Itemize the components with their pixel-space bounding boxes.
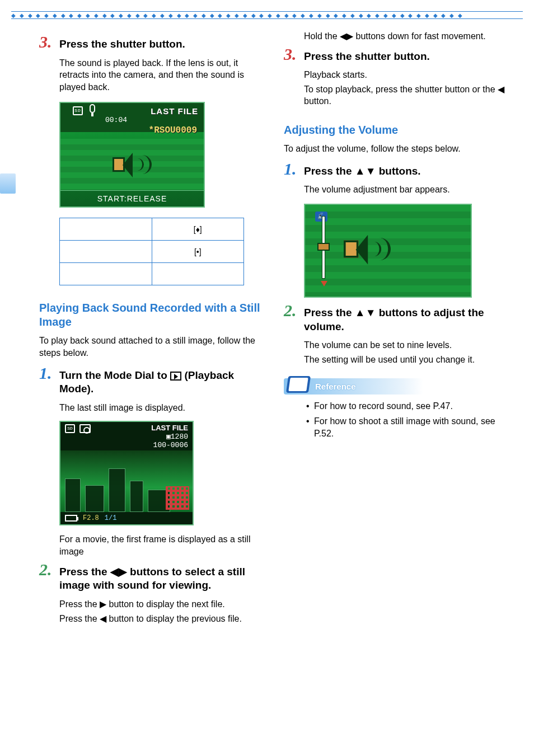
- table-cell: [152, 263, 244, 285]
- microphone-icon-stand: [91, 113, 93, 116]
- step-body: Playback starts.: [304, 69, 508, 81]
- left-column: 3. Press the shutter button. The sound i…: [39, 30, 264, 624]
- screen-top-bar: SD LAST FILE: [60, 103, 204, 117]
- step-body: The volume can be set to nine levels.: [304, 339, 508, 351]
- reference-label: Reference: [315, 382, 356, 391]
- right-column: Hold the ◀▶ buttons down for fast moveme…: [284, 30, 508, 624]
- step-title-part: Turn the Mode Dial to: [59, 369, 170, 381]
- battery-icon: [65, 515, 77, 522]
- section-title: Adjusting the Volume: [284, 123, 508, 137]
- file-number-label: 100-0006: [153, 441, 188, 449]
- step-number: 1.: [39, 365, 55, 382]
- step-title: Press the ▲▼ buttons to adjust the volum…: [304, 306, 508, 334]
- step-1-row: 1. Turn the Mode Dial to (Playback Mode)…: [39, 365, 264, 396]
- table-cell: [♦]: [152, 218, 244, 241]
- step-3-row-right: 3. Press the shutter button.: [284, 46, 508, 64]
- sd-card-icon: SD: [65, 424, 75, 433]
- step-number: 2.: [284, 302, 299, 319]
- still-top-bar: SD LAST FILE ▣1280 100-0006: [60, 422, 193, 451]
- icon-reference-table: [♦] [•]: [59, 218, 244, 285]
- step-3-row: 3. Press the shutter button.: [39, 34, 264, 51]
- step-body: The setting will be used until you chang…: [304, 354, 508, 366]
- volume-slider: 🔊: [314, 213, 333, 285]
- list-item: For how to shoot a still image with soun…: [306, 415, 508, 439]
- filename-label: *RSOU0009: [60, 124, 204, 139]
- decorative-border: [11, 11, 523, 19]
- list-item: For how to record sound, see P.47.: [306, 400, 508, 412]
- microphone-icon: [90, 104, 95, 113]
- last-file-label: LAST FILE: [151, 106, 198, 116]
- last-file-label: LAST FILE: [151, 424, 188, 432]
- screen-body: [60, 139, 204, 190]
- down-arrow-icon: [321, 281, 327, 287]
- step-title: Press the shutter button.: [59, 37, 185, 51]
- image-size-label: ▣1280: [166, 433, 188, 441]
- step-number: 1.: [284, 161, 299, 177]
- step-body: The volume adjustment bar appears.: [304, 184, 508, 196]
- step-title: Turn the Mode Dial to (Playback Mode).: [59, 369, 264, 396]
- step-number: 2.: [39, 561, 55, 578]
- table-cell: [60, 263, 152, 285]
- sd-card-icon: SD: [73, 106, 83, 115]
- speaker-icon: [344, 232, 391, 266]
- step-title: Press the ◀▶ buttons to select a still i…: [59, 565, 264, 593]
- after-screen-note: For a movie, the first frame is displaye…: [59, 533, 264, 557]
- section-intro: To play back sound attached to a still i…: [39, 335, 264, 359]
- step-body: The sound is played back. If the lens is…: [59, 57, 264, 93]
- playback-screen-illustration: SD LAST FILE 00:04 *RSOU0009 START:RELEA…: [59, 102, 205, 208]
- content-columns: 3. Press the shutter button. The sound i…: [0, 30, 534, 624]
- volume-screen-illustration: 🔊: [304, 204, 472, 298]
- step-number: 3.: [284, 46, 299, 63]
- playback-mode-icon: [170, 372, 181, 381]
- table-row: [60, 263, 244, 285]
- speaker-icon: [113, 151, 152, 179]
- reference-box: Reference For how to record sound, see P…: [284, 378, 508, 440]
- reference-heading: Reference: [284, 378, 423, 395]
- step-title: Press the ▲▼ buttons.: [304, 165, 421, 179]
- step-1-row-right: 1. Press the ▲▼ buttons.: [284, 161, 508, 179]
- still-top-right: LAST FILE ▣1280 100-0006: [151, 424, 188, 450]
- table-cell: [•]: [152, 241, 244, 263]
- still-body: [60, 450, 193, 512]
- section-title: Playing Back Sound Recorded with a Still…: [39, 301, 264, 329]
- step-body: The last still image is displayed.: [59, 402, 264, 414]
- screen-bottom-label: START:RELEASE: [60, 190, 204, 206]
- aperture-label: F2.8: [83, 514, 99, 522]
- page-count-label: 1/1: [105, 514, 117, 522]
- table-row: [♦]: [60, 218, 244, 241]
- pixel-grid-icon: [166, 486, 189, 510]
- table-cell: [60, 241, 152, 263]
- table-cell: [60, 218, 152, 241]
- step-number: 3.: [39, 34, 55, 50]
- table-row: [•]: [60, 241, 244, 263]
- volume-handle: [317, 243, 330, 251]
- step-title: Press the shutter button.: [304, 50, 430, 64]
- reference-list: For how to record sound, see P.47. For h…: [306, 400, 508, 440]
- continuation-text: Hold the ◀▶ buttons down for fast moveme…: [304, 30, 508, 43]
- step-body: Press the ▶ button to display the next f…: [59, 598, 264, 611]
- camera-icon: [79, 424, 91, 433]
- section-intro: To adjust the volume, follow the steps b…: [284, 143, 508, 155]
- step-body: Press the ◀ button to display the previo…: [59, 613, 264, 625]
- step-2-row: 2. Press the ◀▶ buttons to select a stil…: [39, 561, 264, 593]
- elapsed-time: 00:04: [60, 116, 204, 124]
- step-2-row-right: 2. Press the ▲▼ buttons to adjust the vo…: [284, 302, 508, 334]
- still-image-screen-illustration: SD LAST FILE ▣1280 100-0006 F2.8 1/1: [59, 421, 194, 526]
- step-body: To stop playback, press the shutter butt…: [304, 83, 508, 107]
- book-icon: [286, 376, 311, 393]
- still-bottom-bar: F2.8 1/1: [60, 512, 193, 524]
